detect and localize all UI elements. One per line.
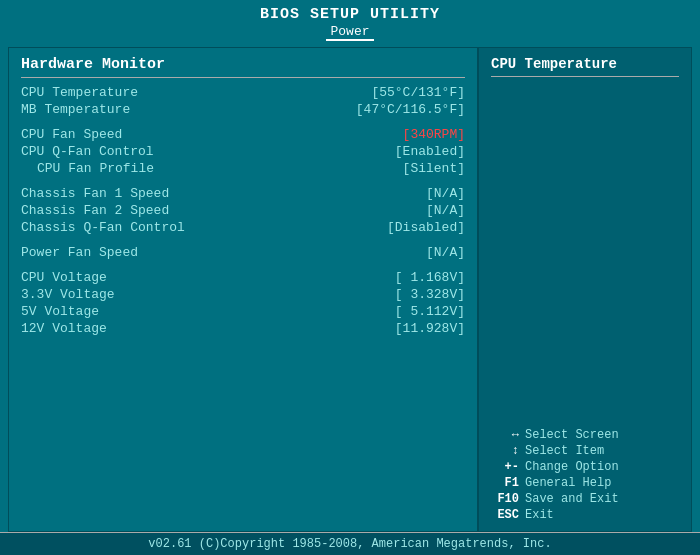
- menu-item-4: CPU Q-Fan Control[Enabled]: [21, 143, 465, 160]
- help-row-3: F1General Help: [491, 475, 679, 491]
- menu-value-13: [ 1.168V]: [395, 270, 465, 285]
- menu-value-1: [47°C/116.5°F]: [356, 102, 465, 117]
- title-bar: BIOS SETUP UTILITY Power: [0, 0, 700, 43]
- menu-label-16: 12V Voltage: [21, 321, 107, 336]
- menu-spacer-10: [21, 236, 465, 244]
- help-key-1: ↕: [491, 444, 519, 458]
- help-desc-0: Select Screen: [525, 428, 619, 442]
- help-key-2: +-: [491, 460, 519, 474]
- footer: v02.61 (C)Copyright 1985-2008, American …: [0, 532, 700, 555]
- left-panel-heading: Hardware Monitor: [21, 56, 465, 78]
- menu-spacer-2: [21, 118, 465, 126]
- help-desc-1: Select Item: [525, 444, 604, 458]
- menu-label-4: CPU Q-Fan Control: [21, 144, 154, 159]
- help-row-2: +-Change Option: [491, 459, 679, 475]
- help-desc-3: General Help: [525, 476, 611, 490]
- menu-item-5: CPU Fan Profile[Silent]: [21, 160, 465, 177]
- help-key-4: F10: [491, 492, 519, 506]
- help-row-4: F10Save and Exit: [491, 491, 679, 507]
- menu-value-4: [Enabled]: [395, 144, 465, 159]
- menu-label-13: CPU Voltage: [21, 270, 107, 285]
- help-key-3: F1: [491, 476, 519, 490]
- footer-text: v02.61 (C)Copyright 1985-2008, American …: [148, 537, 551, 551]
- left-panel: Hardware Monitor CPU Temperature[55°C/13…: [8, 47, 478, 532]
- menu-value-3: [340RPM]: [403, 127, 465, 142]
- menu-item-16: 12V Voltage[11.928V]: [21, 320, 465, 337]
- menu-label-7: Chassis Fan 1 Speed: [21, 186, 169, 201]
- menu-value-5: [Silent]: [403, 161, 465, 176]
- help-key-0: ↔: [491, 428, 519, 442]
- help-desc-5: Exit: [525, 508, 554, 522]
- menu-value-11: [N/A]: [426, 245, 465, 260]
- menu-label-14: 3.3V Voltage: [21, 287, 115, 302]
- menu-item-15: 5V Voltage[ 5.112V]: [21, 303, 465, 320]
- bios-screen: BIOS SETUP UTILITY Power Hardware Monito…: [0, 0, 700, 555]
- menu-label-9: Chassis Q-Fan Control: [21, 220, 185, 235]
- help-row-5: ESCExit: [491, 507, 679, 523]
- menu-value-16: [11.928V]: [395, 321, 465, 336]
- bios-subtitle: Power: [326, 24, 373, 41]
- menu-value-14: [ 3.328V]: [395, 287, 465, 302]
- menu-label-1: MB Temperature: [21, 102, 130, 117]
- menu-label-8: Chassis Fan 2 Speed: [21, 203, 169, 218]
- menu-item-8: Chassis Fan 2 Speed[N/A]: [21, 202, 465, 219]
- menu-item-7: Chassis Fan 1 Speed[N/A]: [21, 185, 465, 202]
- help-desc-2: Change Option: [525, 460, 619, 474]
- menu-item-9: Chassis Q-Fan Control[Disabled]: [21, 219, 465, 236]
- menu-item-0: CPU Temperature[55°C/131°F]: [21, 84, 465, 101]
- menu-item-1: MB Temperature[47°C/116.5°F]: [21, 101, 465, 118]
- menu-spacer-6: [21, 177, 465, 185]
- help-key-5: ESC: [491, 508, 519, 522]
- menu-value-0: [55°C/131°F]: [371, 85, 465, 100]
- menu-label-15: 5V Voltage: [21, 304, 99, 319]
- right-panel: CPU Temperature ↔Select Screen↕Select It…: [478, 47, 692, 532]
- menu-value-7: [N/A]: [426, 186, 465, 201]
- menu-label-11: Power Fan Speed: [21, 245, 138, 260]
- key-help: ↔Select Screen↕Select Item+-Change Optio…: [491, 427, 679, 523]
- main-area: Hardware Monitor CPU Temperature[55°C/13…: [8, 47, 692, 532]
- menu-item-3: CPU Fan Speed[340RPM]: [21, 126, 465, 143]
- right-panel-title: CPU Temperature: [491, 56, 679, 77]
- menu-value-8: [N/A]: [426, 203, 465, 218]
- menu-items: CPU Temperature[55°C/131°F]MB Temperatur…: [21, 84, 465, 337]
- help-desc-4: Save and Exit: [525, 492, 619, 506]
- menu-value-15: [ 5.112V]: [395, 304, 465, 319]
- menu-item-14: 3.3V Voltage[ 3.328V]: [21, 286, 465, 303]
- menu-item-11: Power Fan Speed[N/A]: [21, 244, 465, 261]
- menu-label-5: CPU Fan Profile: [21, 161, 154, 176]
- menu-spacer-12: [21, 261, 465, 269]
- menu-label-3: CPU Fan Speed: [21, 127, 122, 142]
- bios-title: BIOS SETUP UTILITY: [0, 6, 700, 23]
- menu-label-0: CPU Temperature: [21, 85, 138, 100]
- help-row-1: ↕Select Item: [491, 443, 679, 459]
- menu-item-13: CPU Voltage[ 1.168V]: [21, 269, 465, 286]
- menu-value-9: [Disabled]: [387, 220, 465, 235]
- help-row-0: ↔Select Screen: [491, 427, 679, 443]
